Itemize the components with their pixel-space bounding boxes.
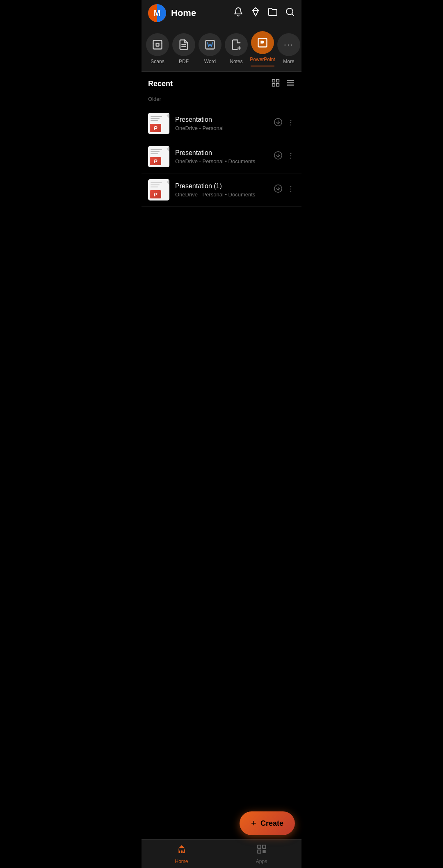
svg-marker-0 (253, 8, 258, 16)
list-view-icon[interactable] (286, 78, 295, 89)
file-line-2 (151, 118, 160, 119)
svg-line-3 (292, 14, 294, 16)
header-actions (233, 7, 295, 19)
powerpoint-tab-label: PowerPoint (250, 57, 275, 62)
more-options-icon[interactable] (287, 152, 295, 162)
svg-rect-13 (272, 84, 275, 86)
svg-point-27 (290, 157, 292, 159)
folder-icon[interactable] (268, 7, 278, 19)
svg-point-26 (290, 155, 292, 156)
view-toggle (271, 78, 295, 89)
svg-rect-12 (276, 80, 279, 82)
svg-point-30 (290, 186, 292, 187)
file-line-3 (151, 153, 158, 154)
file-lines (151, 182, 162, 187)
file-line-3 (151, 187, 158, 187)
recent-header: Recent (142, 72, 301, 93)
notes-tab-label: Notes (230, 59, 242, 64)
tab-scans[interactable]: Scans (146, 33, 169, 64)
scans-tab-label: Scans (151, 59, 164, 64)
svg-point-20 (290, 119, 292, 121)
powerpoint-letter: P (154, 159, 158, 164)
pdf-tab-icon (172, 33, 195, 56)
svg-point-22 (290, 124, 292, 125)
file-icon: P (148, 179, 169, 200)
file-line-1 (151, 116, 162, 117)
tab-more[interactable]: ··· More (277, 33, 301, 64)
more-tab-icon: ··· (277, 33, 300, 56)
svg-point-21 (290, 122, 292, 123)
file-actions (274, 184, 295, 196)
file-info: Presentation OneDrive - Personal (175, 116, 268, 131)
table-row[interactable]: P Presentation OneDrive - Personal • Doc… (142, 140, 301, 173)
tab-notes[interactable]: Notes (224, 33, 248, 64)
file-line-2 (151, 151, 160, 152)
svg-rect-11 (272, 80, 275, 82)
file-lines (151, 116, 162, 121)
scans-tab-icon (146, 33, 169, 56)
file-name: Presentation (1) (175, 182, 268, 190)
download-icon[interactable] (274, 151, 283, 162)
word-tab-label: Word (204, 59, 216, 64)
recent-title: Recent (148, 80, 173, 88)
more-options-icon[interactable] (287, 185, 295, 195)
tab-word[interactable]: Word (198, 33, 222, 64)
more-options-icon[interactable] (287, 118, 295, 129)
file-line-1 (151, 182, 162, 183)
file-info: Presentation OneDrive - Personal • Docum… (175, 149, 268, 164)
svg-point-32 (290, 191, 292, 192)
search-icon[interactable] (285, 7, 295, 19)
file-name: Presentation (175, 149, 268, 157)
file-info: Presentation (1) OneDrive - Personal • D… (175, 182, 268, 198)
active-tab-indicator (251, 66, 274, 66)
file-name: Presentation (175, 116, 268, 123)
file-icon: P (148, 146, 169, 167)
svg-point-31 (290, 188, 292, 189)
svg-point-25 (290, 153, 292, 154)
older-section-label: Older (142, 93, 301, 107)
file-actions (274, 118, 295, 129)
table-row[interactable]: P Presentation (1) OneDrive - Personal •… (142, 173, 301, 207)
file-line-2 (151, 185, 160, 185)
powerpoint-letter: P (154, 192, 158, 197)
file-location: OneDrive - Personal (175, 125, 268, 131)
powerpoint-tab-icon (251, 31, 274, 54)
header: Home (142, 0, 301, 26)
svg-rect-4 (153, 41, 162, 49)
tab-pdf[interactable]: PDF (172, 33, 196, 64)
file-location: OneDrive - Personal • Documents (175, 191, 268, 198)
pdf-tab-label: PDF (179, 59, 189, 64)
file-line-1 (151, 149, 162, 150)
more-tab-label: More (283, 59, 294, 64)
category-tabs: Scans PDF Word (142, 26, 301, 72)
table-row[interactable]: P Presentation OneDrive - Personal (142, 107, 301, 140)
tabs-row: Scans PDF Word (146, 31, 297, 71)
powerpoint-letter: P (154, 125, 158, 131)
file-lines (151, 149, 162, 154)
svg-rect-14 (276, 84, 279, 86)
app-logo[interactable] (148, 4, 166, 22)
powerpoint-badge: P (150, 124, 161, 132)
notes-tab-icon (225, 33, 248, 56)
premium-icon[interactable] (251, 7, 260, 19)
file-actions (274, 151, 295, 162)
file-list: P Presentation OneDrive - Personal (142, 107, 301, 207)
file-location: OneDrive - Personal • Documents (175, 158, 268, 164)
word-tab-icon (199, 33, 222, 56)
tab-powerpoint[interactable]: PowerPoint (251, 31, 274, 66)
file-line-3 (151, 120, 158, 121)
powerpoint-badge: P (150, 157, 161, 165)
powerpoint-badge: P (150, 190, 161, 198)
page-title: Home (171, 8, 228, 18)
grid-view-icon[interactable] (271, 78, 280, 89)
download-icon[interactable] (274, 118, 283, 129)
file-icon: P (148, 113, 169, 134)
notifications-icon[interactable] (233, 7, 243, 19)
download-icon[interactable] (274, 184, 283, 196)
